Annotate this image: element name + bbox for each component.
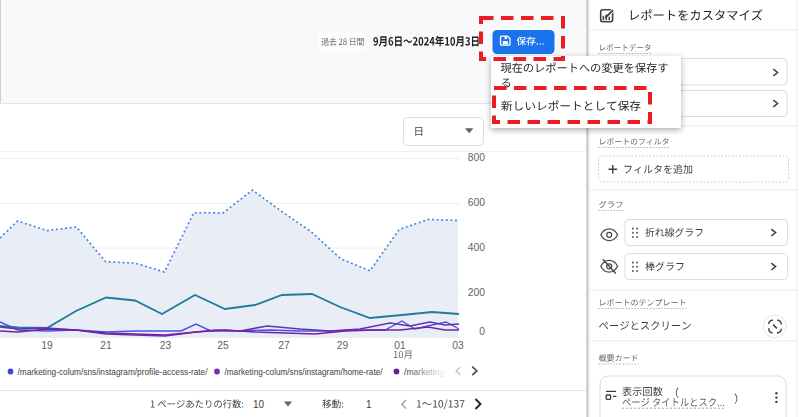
svg-text:10: 10 — [253, 399, 265, 410]
svg-text:27: 27 — [278, 340, 290, 351]
svg-text:19: 19 — [41, 340, 53, 351]
svg-text:23: 23 — [160, 340, 172, 351]
svg-text:29: 29 — [337, 340, 349, 351]
svg-text:1: 1 — [366, 399, 372, 410]
svg-text:600: 600 — [468, 197, 485, 208]
svg-text:03: 03 — [452, 340, 464, 351]
svg-text:400: 400 — [468, 242, 485, 253]
svg-text:/marketing-co: /marketing-co — [404, 367, 456, 377]
svg-text:0: 0 — [479, 326, 485, 337]
svg-text:800: 800 — [468, 152, 485, 163]
svg-text:25: 25 — [217, 340, 229, 351]
svg-text:21: 21 — [100, 340, 112, 351]
svg-text:/marketing-colum/sns/instagram: /marketing-colum/sns/instagram/home-rate… — [225, 367, 384, 377]
svg-text:/marketing-colum/sns/instagram: /marketing-colum/sns/instagram/profile-a… — [18, 367, 209, 377]
svg-text:01: 01 — [394, 340, 406, 351]
svg-text:200: 200 — [468, 287, 485, 298]
